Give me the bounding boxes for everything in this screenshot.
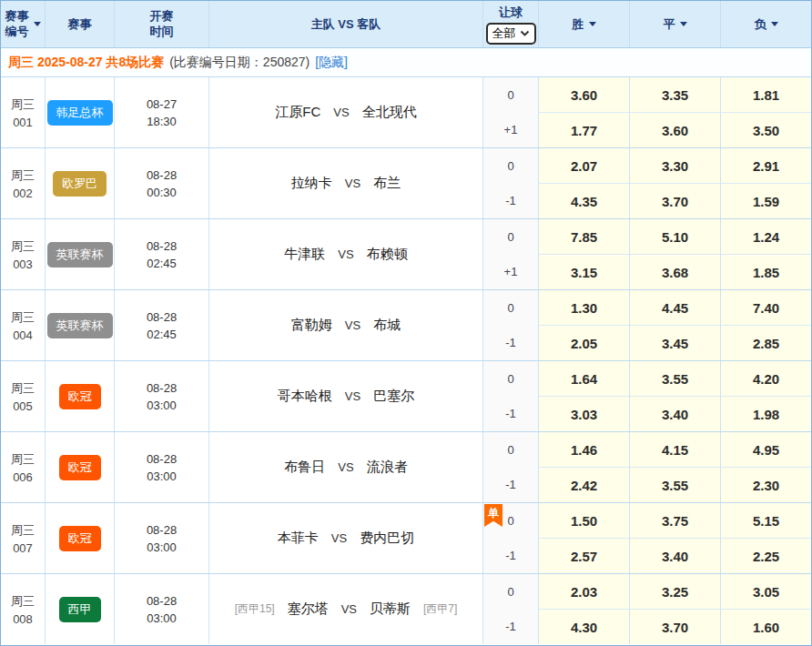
odds-win-cell[interactable]: 2.07 — [538, 148, 629, 184]
vs-label: VS — [331, 531, 347, 545]
odds-draw-cell[interactable]: 3.70 — [629, 184, 720, 218]
odds-draw-cell[interactable]: 3.55 — [629, 361, 720, 397]
handicap-filter-select[interactable]: 全部 — [486, 23, 536, 45]
handicap-cell: 0-1 — [482, 574, 538, 644]
match-number: 周三004 — [1, 290, 45, 360]
header-match-no-label: 赛事编号 — [5, 9, 29, 39]
odds-win-cell[interactable]: 7.85 — [538, 219, 629, 255]
odds-win-cell[interactable]: 1.64 — [538, 361, 629, 397]
league-badge: 英联赛杯 — [47, 313, 113, 338]
home-rank-note: [西甲15] — [235, 601, 275, 617]
league-cell: 欧罗巴 — [45, 148, 114, 218]
header-draw-sort[interactable]: 平 — [629, 1, 720, 47]
sort-arrow-icon — [680, 22, 687, 26]
handicap-value: 0 — [483, 361, 538, 397]
odds-draw-cell[interactable]: 3.35 — [629, 77, 720, 113]
odds-draw-cell[interactable]: 3.25 — [629, 574, 720, 610]
handicap-value: +1 — [483, 113, 538, 148]
handicap-value: 0 — [483, 290, 538, 326]
odds-draw-cell[interactable]: 3.55 — [629, 468, 720, 502]
handicap-value: 0 — [483, 77, 538, 113]
sort-arrow-icon — [34, 22, 41, 26]
odds-draw-cell[interactable]: 4.45 — [629, 290, 720, 326]
handicap-value: 0 — [483, 432, 538, 468]
vs-label: VS — [345, 389, 360, 403]
odds-lose-cell[interactable]: 5.15 — [720, 503, 811, 539]
league-cell: 欧冠 — [45, 432, 114, 502]
league-badge: 欧冠 — [59, 455, 101, 480]
start-time: 08-2802:45 — [114, 219, 208, 289]
header-handicap-label: 让球 — [499, 5, 523, 21]
odds-win-cell[interactable]: 3.03 — [538, 397, 629, 431]
odds-win-cell[interactable]: 1.30 — [538, 290, 629, 326]
match-number: 周三007 — [1, 503, 45, 573]
odds-win-cell[interactable]: 2.42 — [538, 468, 629, 502]
odds-lose-cell[interactable]: 1.24 — [720, 219, 811, 255]
odds-draw-cell[interactable]: 3.70 — [629, 610, 720, 644]
odds-lose-cell[interactable]: 3.50 — [720, 113, 811, 147]
odds-lose-cell[interactable]: 4.95 — [720, 432, 811, 468]
odds-draw-cell[interactable]: 3.40 — [629, 539, 720, 573]
header-win-label: 胜 — [573, 16, 584, 33]
handicap-cell: 0+1 — [482, 219, 538, 289]
home-team: 江原FC — [275, 104, 320, 121]
teams-cell: 布鲁日VS流浪者 — [208, 432, 482, 502]
handicap-value: -1 — [483, 539, 538, 574]
odds-win-cell[interactable]: 3.15 — [538, 255, 629, 289]
header-match-no[interactable]: 赛事编号 — [1, 1, 45, 47]
vs-label: VS — [341, 602, 357, 616]
handicap-cell: 0-1 — [482, 361, 538, 431]
odds-win-cell[interactable]: 2.03 — [538, 574, 629, 610]
odds-draw-cell[interactable]: 3.45 — [629, 326, 720, 360]
odds-draw-cell[interactable]: 4.15 — [629, 432, 720, 468]
odds-lose-cell[interactable]: 4.20 — [720, 361, 811, 397]
vs-label: VS — [338, 460, 353, 474]
handicap-value: -1 — [483, 184, 538, 219]
odds-lose-cell[interactable]: 1.59 — [720, 184, 811, 218]
home-team: 哥本哈根 — [278, 388, 332, 405]
header-win-sort[interactable]: 胜 — [538, 1, 629, 47]
start-time: 08-2803:00 — [114, 432, 208, 502]
header-lose-sort[interactable]: 负 — [720, 1, 811, 47]
hide-link[interactable]: [隐藏] — [315, 55, 348, 71]
odds-draw-cell[interactable]: 3.40 — [629, 397, 720, 431]
handicap-cell: 0-1 — [482, 290, 538, 360]
odds-win-cell[interactable]: 1.46 — [538, 432, 629, 468]
header-lose-label: 负 — [755, 16, 766, 33]
odds-lose-cell[interactable]: 7.40 — [720, 290, 811, 326]
odds-draw-cell[interactable]: 5.10 — [629, 219, 720, 255]
odds-draw-cell[interactable]: 3.60 — [629, 113, 720, 147]
match-number: 周三002 — [1, 148, 45, 218]
vs-label: VS — [338, 247, 353, 261]
odds-win-cell[interactable]: 4.30 — [538, 610, 629, 644]
odds-lose-cell[interactable]: 2.25 — [720, 539, 811, 573]
odds-lose-cell[interactable]: 2.91 — [720, 148, 811, 184]
odds-win-cell[interactable]: 2.05 — [538, 326, 629, 360]
odds-lose-cell[interactable]: 2.85 — [720, 326, 811, 360]
odds-draw-cell[interactable]: 3.30 — [629, 148, 720, 184]
odds-win-cell[interactable]: 4.35 — [538, 184, 629, 218]
odds-win-cell[interactable]: 2.57 — [538, 539, 629, 573]
header-start-time-label: 开赛时间 — [150, 9, 174, 39]
odds-win-cell[interactable]: 3.60 — [538, 77, 629, 113]
match-row: 周三005 欧冠 08-2803:00 哥本哈根VS巴塞尔 0-1 1.64 3… — [1, 361, 811, 432]
teams-cell: 本菲卡VS费内巴切 — [208, 503, 482, 573]
odds-win-cell[interactable]: 1.77 — [538, 113, 629, 147]
odds-win-cell[interactable]: 1.50 — [538, 503, 629, 539]
odds-lose-cell[interactable]: 1.98 — [720, 397, 811, 431]
odds-draw-cell[interactable]: 3.75 — [629, 503, 720, 539]
odds-lose-cell[interactable]: 3.05 — [720, 574, 811, 610]
league-badge: 欧冠 — [59, 384, 101, 409]
header-teams-label: 主队 VS 客队 — [311, 16, 381, 33]
odds-lose-cell[interactable]: 1.85 — [720, 255, 811, 289]
odds-lose-cell[interactable]: 1.81 — [720, 77, 811, 113]
handicap-value: -1 — [483, 326, 538, 361]
handicap-value: 0 — [483, 574, 538, 610]
handicap-value: +1 — [483, 255, 538, 290]
handicap-value: -1 — [483, 610, 538, 645]
odds-lose-cell[interactable]: 1.60 — [720, 610, 811, 644]
handicap-value: -1 — [483, 397, 538, 432]
odds-lose-cell[interactable]: 2.30 — [720, 468, 811, 502]
header-start-time: 开赛时间 — [114, 1, 208, 47]
odds-draw-cell[interactable]: 3.68 — [629, 255, 720, 289]
